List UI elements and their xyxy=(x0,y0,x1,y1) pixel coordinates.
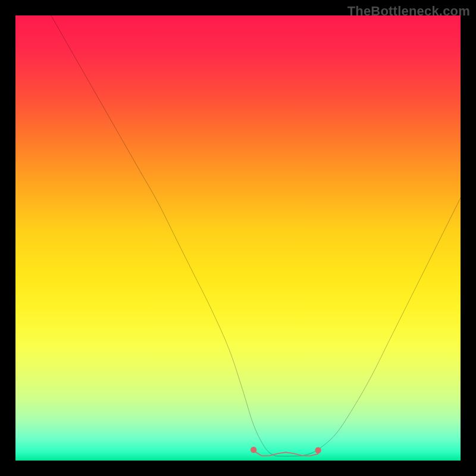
chart-svg xyxy=(15,15,461,461)
watermark-text: TheBottleneck.com xyxy=(347,4,470,19)
trough-marker-dot-left xyxy=(250,447,256,453)
trough-marker-dot-right xyxy=(315,447,321,453)
trough-marker xyxy=(253,451,318,456)
chart-frame: TheBottleneck.com xyxy=(0,0,476,476)
curve-line xyxy=(51,15,461,456)
chart-plot-area xyxy=(15,15,461,461)
